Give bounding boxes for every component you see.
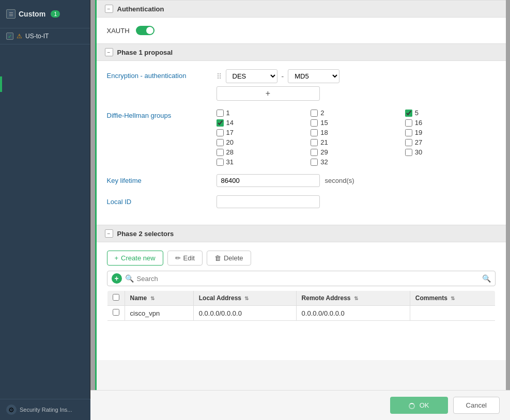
- authentication-collapse-btn[interactable]: −: [105, 5, 113, 13]
- key-lifetime-input[interactable]: [217, 174, 320, 187]
- dh-item-15: 15: [311, 119, 401, 127]
- local-id-input[interactable]: [217, 195, 320, 208]
- sidebar-badge: 1: [51, 10, 60, 18]
- dh-checkbox-5[interactable]: [405, 110, 412, 117]
- ok-button[interactable]: OK: [390, 397, 447, 414]
- authentication-body: XAUTH: [97, 18, 506, 43]
- dh-controls: 1 2 5 14: [217, 109, 496, 166]
- modal-footer: OK Cancel: [90, 390, 510, 420]
- table-header-local-address[interactable]: Local Address ⇅: [193, 291, 296, 306]
- pencil-icon: ✏: [175, 254, 181, 262]
- table-header-comments-label: Comments: [415, 294, 447, 302]
- phase2-table: Name ⇅ Local Address ⇅ Remote Address ⇅: [107, 290, 496, 352]
- phase2-toolbar: + Create new ✏ Edit 🗑 Delete: [107, 251, 496, 266]
- row-name: cisco_vpn: [130, 309, 160, 317]
- dh-label-17[interactable]: 17: [226, 129, 234, 136]
- security-rating-icon: ⚙: [6, 405, 17, 415]
- dh-checkbox-18[interactable]: [311, 129, 318, 136]
- sidebar-header[interactable]: ☰ Custom 1: [0, 0, 90, 28]
- dh-checkbox-14[interactable]: [217, 119, 224, 127]
- dh-label-27[interactable]: 27: [415, 138, 422, 146]
- row-checkbox[interactable]: [113, 309, 119, 316]
- sidebar-item-label: US-to-IT: [25, 33, 49, 40]
- local-id-label: Local ID: [107, 195, 210, 206]
- table-header-row: Name ⇅ Local Address ⇅ Remote Address ⇅: [107, 291, 495, 306]
- dh-label-1[interactable]: 1: [226, 109, 230, 117]
- dh-checkbox-20[interactable]: [217, 139, 224, 146]
- row-comments-cell: [410, 306, 495, 321]
- dh-checkbox-17[interactable]: [217, 129, 224, 136]
- sidebar-footer[interactable]: ⚙ Security Rating Ins...: [0, 399, 90, 420]
- dh-item-27: 27: [405, 138, 496, 146]
- dh-label-2[interactable]: 2: [320, 109, 324, 117]
- authentication-section-header: − Authentication: [97, 0, 506, 18]
- row-local-address-cell: 0.0.0.0/0.0.0.0: [193, 306, 296, 321]
- search-add-button[interactable]: +: [112, 273, 122, 284]
- table-header-remote-address-label: Remote Address: [302, 294, 351, 302]
- phase1-section-title: Phase 1 proposal: [117, 49, 173, 56]
- row-local-address: 0.0.0.0/0.0.0.0: [199, 309, 242, 317]
- dh-checkbox-30[interactable]: [405, 149, 412, 156]
- dh-item-32: 32: [311, 158, 401, 166]
- ok-spinner-icon: [409, 403, 415, 409]
- create-new-button[interactable]: + Create new: [107, 251, 163, 266]
- cancel-label: Cancel: [466, 401, 487, 409]
- phase2-collapse-btn[interactable]: −: [105, 229, 113, 238]
- table-select-all-checkbox[interactable]: [113, 294, 119, 301]
- dh-checkbox-19[interactable]: [405, 129, 412, 136]
- dh-label-30[interactable]: 30: [415, 148, 422, 156]
- table-header-remote-address[interactable]: Remote Address ⇅: [296, 291, 410, 306]
- dh-label-19[interactable]: 19: [415, 129, 422, 136]
- edit-button[interactable]: ✏ Edit: [167, 251, 203, 266]
- dh-checkbox-27[interactable]: [405, 139, 412, 146]
- delete-button[interactable]: 🗑 Delete: [207, 251, 251, 266]
- dh-label-14[interactable]: 14: [226, 119, 234, 127]
- comments-sort-icon[interactable]: ⇅: [451, 295, 455, 301]
- auth-select[interactable]: MD5 SHA1 SHA256: [288, 69, 339, 83]
- dh-checkbox-15[interactable]: [311, 119, 318, 127]
- remote-address-sort-icon[interactable]: ⇅: [354, 295, 358, 301]
- dh-label-16[interactable]: 16: [415, 119, 422, 127]
- local-address-sort-icon[interactable]: ⇅: [244, 295, 249, 301]
- dh-label-28[interactable]: 28: [226, 148, 234, 156]
- sidebar-collapse-icon[interactable]: ☰: [6, 9, 16, 19]
- sidebar-item-check-icon: ✓: [6, 33, 13, 40]
- key-lifetime-row: Key lifetime second(s): [107, 174, 496, 187]
- encryption-select[interactable]: DES 3DES AES128 AES256: [226, 69, 277, 83]
- dh-label-31[interactable]: 31: [226, 158, 234, 166]
- dash-separator: -: [282, 72, 284, 81]
- phase1-collapse-btn[interactable]: −: [105, 48, 113, 56]
- search-icon: 🔍: [125, 274, 134, 283]
- sidebar-item-us-to-it[interactable]: ✓ ⚠ US-to-IT: [0, 28, 90, 44]
- dh-checkbox-31[interactable]: [217, 159, 224, 166]
- table-row[interactable]: cisco_vpn 0.0.0.0/0.0.0.0 0.0.0.0/0.0.0.…: [107, 306, 495, 321]
- table-header-name[interactable]: Name ⇅: [125, 291, 193, 306]
- dh-item-16: 16: [405, 119, 496, 127]
- xauth-toggle[interactable]: [136, 26, 154, 35]
- search-input[interactable]: [137, 275, 479, 283]
- cancel-button[interactable]: Cancel: [453, 397, 500, 414]
- name-sort-icon[interactable]: ⇅: [150, 295, 154, 301]
- drag-handle-icon[interactable]: ⠿: [217, 72, 222, 81]
- dh-item-2: 2: [311, 109, 401, 117]
- dh-checkbox-1[interactable]: [217, 110, 224, 117]
- dh-label-20[interactable]: 20: [226, 138, 234, 146]
- dh-checkbox-2[interactable]: [311, 110, 318, 117]
- dh-label-29[interactable]: 29: [320, 148, 328, 156]
- dh-label-18[interactable]: 18: [320, 129, 328, 136]
- modal-overlay: − Authentication XAUTH − Phase 1 proposa…: [90, 0, 510, 420]
- dh-checkbox-28[interactable]: [217, 149, 224, 156]
- dh-label-5[interactable]: 5: [415, 109, 419, 117]
- dh-checkbox-21[interactable]: [311, 139, 318, 146]
- dh-label-32[interactable]: 32: [320, 158, 328, 166]
- dh-checkbox-29[interactable]: [311, 149, 318, 156]
- dh-checkbox-16[interactable]: [405, 119, 412, 127]
- dh-label-21[interactable]: 21: [320, 138, 328, 146]
- dh-checkbox-32[interactable]: [311, 159, 318, 166]
- dh-label-15[interactable]: 15: [320, 119, 328, 127]
- table-header-comments[interactable]: Comments ⇅: [410, 291, 495, 306]
- add-encryption-btn[interactable]: +: [217, 86, 320, 101]
- table-empty-cell: [107, 321, 495, 352]
- table-header-name-label: Name: [130, 294, 147, 302]
- sidebar-footer-label: Security Rating Ins...: [20, 407, 72, 413]
